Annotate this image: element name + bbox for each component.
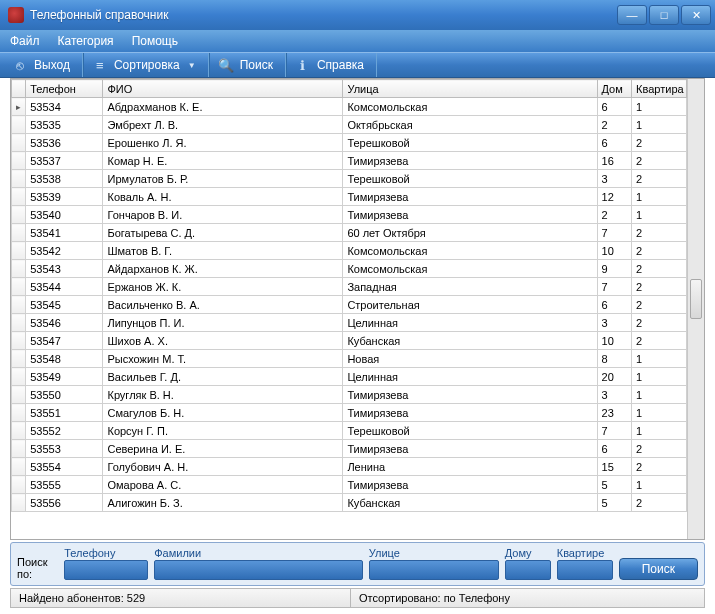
row-marker [12,332,26,350]
table-row[interactable]: 53546Липунцов П. И.Целинная32 [12,314,687,332]
cell-house: 16 [597,152,632,170]
col-phone[interactable]: Телефон [26,80,103,98]
cell-street: Тимирязева [343,476,597,494]
status-sorted: Отсортировано: по Телефону [350,588,705,608]
row-marker [12,476,26,494]
cell-apt: 1 [632,98,687,116]
cell-house: 6 [597,440,632,458]
menu-help[interactable]: Помощь [132,34,178,48]
table-row[interactable]: 53535Эмбрехт Л. В.Октябрьская21 [12,116,687,134]
table-row[interactable]: 53547Шихов А. Х.Кубанская102 [12,332,687,350]
table-row[interactable]: ▸53534Абдрахманов К. Е.Комсомольская61 [12,98,687,116]
cell-fio: Айдарханов К. Ж. [103,260,343,278]
cell-phone: 53540 [26,206,103,224]
cell-phone: 53543 [26,260,103,278]
cell-phone: 53539 [26,188,103,206]
table-row[interactable]: 53541Богатырева С. Д.60 лет Октября72 [12,224,687,242]
row-marker [12,134,26,152]
col-house[interactable]: Дом [597,80,632,98]
table-row[interactable]: 53537Комар Н. Е.Тимирязева162 [12,152,687,170]
table-row[interactable]: 53551Смагулов Б. Н.Тимирязева231 [12,404,687,422]
row-marker [12,314,26,332]
search-button[interactable]: 🔍 Поиск [209,53,286,77]
table-row[interactable]: 53556Алигожин Б. З.Кубанская52 [12,494,687,512]
cell-house: 3 [597,386,632,404]
cell-house: 2 [597,206,632,224]
cell-fio: Ержанов Ж. К. [103,278,343,296]
cell-street: 60 лет Октября [343,224,597,242]
cell-apt: 1 [632,206,687,224]
row-marker [12,368,26,386]
maximize-button[interactable]: □ [649,5,679,25]
search-icon: 🔍 [218,57,234,73]
table-row[interactable]: 53543Айдарханов К. Ж.Комсомольская92 [12,260,687,278]
col-apt[interactable]: Квартира [632,80,687,98]
status-bar: Найдено абонентов: 529 Отсортировано: по… [10,588,705,608]
row-marker [12,224,26,242]
row-marker [12,206,26,224]
table-row[interactable]: 53555Омарова А. С.Тимирязева51 [12,476,687,494]
cell-apt: 2 [632,440,687,458]
table-row[interactable]: 53552Корсун Г. П.Терешковой71 [12,422,687,440]
cell-street: Целинная [343,368,597,386]
cell-house: 23 [597,404,632,422]
table-row[interactable]: 53549Васильев Г. Д.Целинная201 [12,368,687,386]
table-row[interactable]: 53542Шматов В. Г.Комсомольская102 [12,242,687,260]
col-street[interactable]: Улица [343,80,597,98]
input-phone[interactable] [64,560,148,580]
vertical-scrollbar[interactable] [687,79,704,539]
exit-label: Выход [34,58,70,72]
table-row[interactable]: 53540Гончаров В. И.Тимирязева21 [12,206,687,224]
table-row[interactable]: 53550Кругляк В. Н.Тимирязева31 [12,386,687,404]
label-surname: Фамилии [154,547,362,559]
scrollbar-thumb[interactable] [690,279,702,319]
label-apt: Квартире [557,547,613,559]
sort-button[interactable]: ≡ Сортировка ▼ [83,53,209,77]
cell-street: Целинная [343,314,597,332]
table-row[interactable]: 53554Голубович А. Н.Ленина152 [12,458,687,476]
input-surname[interactable] [154,560,362,580]
cell-apt: 1 [632,386,687,404]
sort-icon: ≡ [92,57,108,73]
row-marker-header [12,80,26,98]
table-scroll[interactable]: Телефон ФИО Улица Дом Квартира ▸53534Абд… [11,79,687,539]
app-icon [8,7,24,23]
table-row[interactable]: 53553Северина И. Е.Тимирязева62 [12,440,687,458]
minimize-button[interactable]: — [617,5,647,25]
cell-apt: 2 [632,170,687,188]
cell-street: Строительная [343,296,597,314]
table-row[interactable]: 53536Ерошенко Л. Я.Терешковой62 [12,134,687,152]
chevron-down-icon: ▼ [188,61,196,70]
cell-street: Тимирязева [343,188,597,206]
search-submit-button[interactable]: Поиск [619,558,698,580]
row-marker [12,188,26,206]
cell-street: Кубанская [343,494,597,512]
cell-fio: Комар Н. Е. [103,152,343,170]
cell-apt: 2 [632,296,687,314]
label-house: Дому [505,547,551,559]
table-row[interactable]: 53538Ирмулатов Б. Р.Терешковой32 [12,170,687,188]
cell-apt: 2 [632,224,687,242]
search-panel: Поиск по: Телефону Фамилии Улице Дому Кв… [10,542,705,586]
about-button[interactable]: ℹ Справка [286,53,377,77]
input-house[interactable] [505,560,551,580]
cell-street: Комсомольская [343,98,597,116]
cell-phone: 53547 [26,332,103,350]
table-row[interactable]: 53548Рысхожин М. Т.Новая81 [12,350,687,368]
menu-file[interactable]: Файл [10,34,40,48]
row-marker: ▸ [12,98,26,116]
table-row[interactable]: 53539Коваль А. Н.Тимирязева121 [12,188,687,206]
input-street[interactable] [369,560,499,580]
table-row[interactable]: 53544Ержанов Ж. К.Западная72 [12,278,687,296]
cell-house: 3 [597,170,632,188]
table-row[interactable]: 53545Васильченко В. А.Строительная62 [12,296,687,314]
close-button[interactable]: ✕ [681,5,711,25]
cell-apt: 2 [632,260,687,278]
exit-button[interactable]: ⎋ Выход [4,53,83,77]
cell-apt: 2 [632,242,687,260]
window-title: Телефонный справочник [30,8,617,22]
col-fio[interactable]: ФИО [103,80,343,98]
cell-phone: 53555 [26,476,103,494]
input-apt[interactable] [557,560,613,580]
menu-category[interactable]: Категория [58,34,114,48]
